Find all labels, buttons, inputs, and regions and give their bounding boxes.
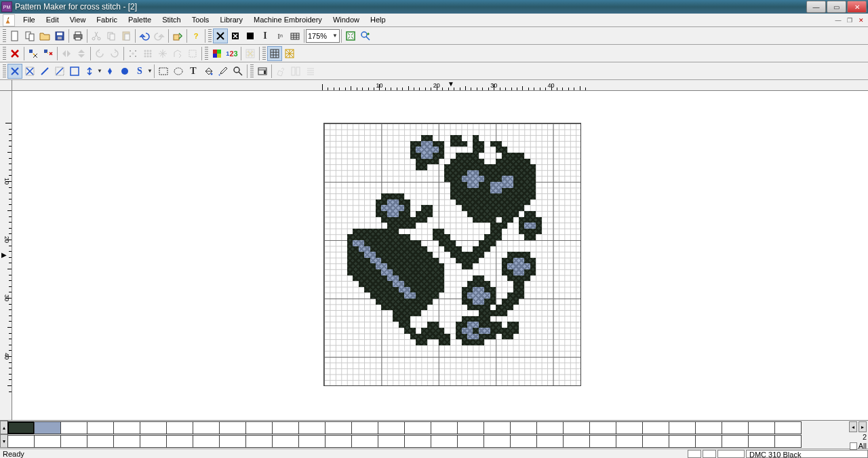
menu-machine-embroidery[interactable]: Machine Embroidery — [248, 14, 328, 26]
export-button[interactable] — [170, 28, 185, 43]
palette-swatch[interactable] — [34, 421, 61, 434]
palette-swatch[interactable] — [774, 435, 802, 448]
palette-swatch[interactable] — [140, 421, 167, 434]
view-symbols-button[interactable] — [228, 28, 243, 43]
copy-button[interactable] — [104, 28, 119, 43]
flip-v-button[interactable] — [74, 46, 89, 61]
text-tool-button[interactable]: T — [186, 64, 201, 79]
toolbar-grip[interactable] — [3, 47, 6, 60]
toolbar-grip[interactable] — [250, 64, 254, 78]
palette-swatch[interactable] — [7, 421, 35, 434]
palette-swatch[interactable] — [193, 435, 220, 448]
palette-swatch[interactable] — [87, 435, 114, 448]
select-rect-button[interactable] — [156, 64, 171, 79]
palette-swatch[interactable] — [298, 421, 326, 434]
help-button[interactable]: ? — [189, 28, 203, 43]
palette-swatch[interactable] — [536, 435, 564, 448]
palette-swatch[interactable] — [431, 421, 458, 434]
rotate-ccw-button[interactable] — [92, 46, 107, 61]
special-stitch-button[interactable]: S — [132, 64, 147, 79]
view-solid-button[interactable] — [243, 28, 258, 43]
half-stitch-button[interactable] — [22, 64, 37, 79]
view-stitches-button[interactable] — [213, 28, 228, 43]
palette-swatch[interactable] — [510, 435, 537, 448]
palette-swatch[interactable] — [484, 435, 511, 448]
palette-swatch[interactable] — [404, 435, 431, 448]
maximize-button[interactable]: ▭ — [827, 1, 846, 13]
zoom-combo[interactable]: 175%▼ — [306, 29, 340, 43]
mdi-minimize-button[interactable]: — — [833, 16, 844, 25]
expand-dots-button[interactable] — [125, 46, 140, 61]
palette-swatch[interactable] — [484, 421, 511, 434]
palette-swatch[interactable] — [325, 435, 352, 448]
menu-view[interactable]: View — [64, 14, 92, 26]
toolbar-grip[interactable] — [3, 29, 6, 43]
palette-swatch[interactable] — [272, 421, 299, 434]
palette-swatch[interactable] — [219, 435, 246, 448]
show-grid-button[interactable] — [267, 46, 282, 61]
palette-swatch[interactable] — [457, 421, 484, 434]
palette-swatch[interactable] — [722, 421, 749, 434]
back-stitch1-button[interactable] — [37, 64, 52, 79]
fill-tool-button[interactable] — [201, 64, 216, 79]
palette-swatch[interactable] — [563, 421, 590, 434]
view-info-button[interactable]: I — [258, 28, 273, 43]
menu-file[interactable]: File — [18, 14, 41, 26]
layout-cols-button[interactable] — [288, 64, 303, 79]
print-button[interactable] — [71, 28, 85, 43]
palette-swatch[interactable] — [378, 421, 405, 434]
palette-swatch[interactable] — [34, 435, 61, 448]
palette-swatch[interactable] — [298, 435, 326, 448]
palette-swatch[interactable] — [378, 435, 405, 448]
back-stitch2-button[interactable] — [52, 64, 67, 79]
close-button[interactable]: ✕ — [847, 1, 867, 13]
palette-swatch[interactable] — [695, 435, 722, 448]
toolbar-grip[interactable] — [262, 47, 266, 60]
palette-swatch[interactable] — [351, 435, 378, 448]
palette-swatch[interactable] — [722, 435, 749, 448]
palette-all-checkbox[interactable] — [850, 442, 857, 450]
palette-swatch[interactable] — [272, 435, 299, 448]
palette-swatch[interactable] — [193, 421, 220, 434]
design-canvas[interactable] — [12, 91, 868, 420]
paste-button[interactable] — [119, 28, 134, 43]
cut-button[interactable] — [89, 28, 104, 43]
redo-button[interactable] — [152, 28, 167, 43]
mdi-restore-button[interactable]: ❐ — [844, 16, 855, 25]
palette-swatch[interactable] — [616, 421, 643, 434]
palette-swatch[interactable] — [774, 421, 802, 434]
new-file-button[interactable] — [7, 28, 22, 43]
save-button[interactable] — [52, 28, 67, 43]
palette-swatch[interactable] — [563, 435, 590, 448]
palette-swatch[interactable] — [616, 435, 643, 448]
palette-swatch[interactable] — [748, 421, 775, 434]
view-machine-button[interactable] — [288, 28, 302, 43]
open-file-button[interactable] — [37, 28, 52, 43]
mdi-close-button[interactable]: ✕ — [856, 16, 867, 25]
palette-colors-button[interactable] — [210, 46, 224, 61]
toolbar-grip[interactable] — [205, 47, 208, 60]
palette-swatch[interactable] — [245, 435, 273, 448]
palette-swatch[interactable] — [113, 435, 140, 448]
menu-window[interactable]: Window — [328, 14, 365, 26]
palette-swatch[interactable] — [748, 435, 775, 448]
palette-swatch[interactable] — [113, 421, 140, 434]
flip-h-button[interactable] — [59, 46, 74, 61]
goto-button[interactable] — [170, 46, 185, 61]
bead-button[interactable] — [117, 64, 132, 79]
toolbar-grip[interactable] — [208, 29, 212, 43]
quarter-stitch-button[interactable] — [67, 64, 82, 79]
menu-palette[interactable]: Palette — [123, 14, 157, 26]
palette-swatch[interactable] — [166, 421, 193, 434]
menu-edit[interactable]: Edit — [41, 14, 64, 26]
palette-swatch[interactable] — [60, 421, 87, 434]
tile-button[interactable] — [140, 46, 155, 61]
centerx-button[interactable] — [41, 46, 56, 61]
palette-swatch[interactable] — [669, 421, 696, 434]
layout-button[interactable] — [255, 64, 270, 79]
view-info2-button[interactable]: In — [273, 28, 288, 43]
layout-list-button[interactable] — [303, 64, 318, 79]
palette-swatch[interactable] — [140, 435, 167, 448]
palette-swatch[interactable] — [245, 421, 273, 434]
palette-swatch[interactable] — [431, 435, 458, 448]
